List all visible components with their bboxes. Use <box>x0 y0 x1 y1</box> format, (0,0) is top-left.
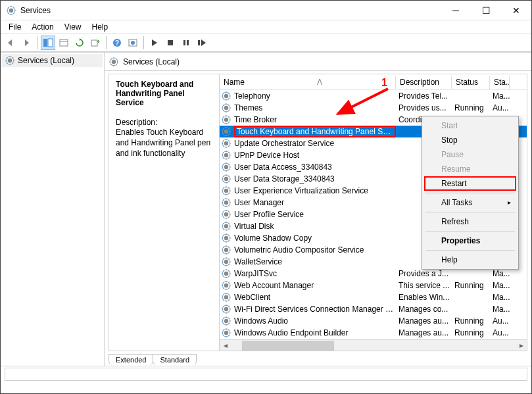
service-desc: Manages co... <box>396 305 452 314</box>
svg-rect-20 <box>183 40 185 45</box>
service-startup: Au... <box>490 103 510 112</box>
show-hide-tree-button[interactable] <box>41 36 55 50</box>
service-row[interactable]: ThemesProvides us...RunningAu... <box>220 102 527 114</box>
selected-service-description: Enables Touch Keyboard and Handwriting P… <box>116 127 212 159</box>
gear-icon <box>221 233 231 243</box>
body: Services (Local) Services (Local) Touch … <box>1 52 531 366</box>
ctx-start: Start <box>424 118 516 133</box>
service-startup: Ma... <box>490 281 510 290</box>
submenu-arrow-icon: ▸ <box>508 199 511 206</box>
service-row[interactable]: Wi-Fi Direct Services Connection Manager… <box>220 303 527 315</box>
service-desc: Provides us... <box>396 103 452 112</box>
selected-service-name: Touch Keyboard and Handwriting Panel Ser… <box>116 80 212 107</box>
service-name: WalletService <box>234 257 396 266</box>
service-name: Volumetric Audio Compositor Service <box>234 245 396 255</box>
svg-text:?: ? <box>115 39 119 47</box>
ctx-refresh[interactable]: Refresh <box>424 214 516 229</box>
minimize-button[interactable]: ─ <box>441 1 471 20</box>
service-startup: Ma... <box>490 269 510 278</box>
separator-icon <box>37 36 37 49</box>
window-title: Services <box>20 6 441 15</box>
service-row[interactable]: Web Account ManagerThis service ...Runni… <box>220 280 527 291</box>
gear-icon <box>221 304 231 314</box>
ctx-separator <box>425 193 515 193</box>
ctx-stop[interactable]: Stop <box>424 133 516 147</box>
column-name[interactable]: Nameᐱ <box>220 76 396 89</box>
content-header-label: Services (Local) <box>123 57 180 66</box>
pause-service-button[interactable] <box>179 36 193 50</box>
toolbar: ? <box>1 34 531 52</box>
statusbar <box>1 366 531 393</box>
separator-icon <box>106 36 107 49</box>
service-row[interactable]: WebClientEnables Win...Ma... <box>220 291 527 303</box>
titlebar[interactable]: Services ─ ☐ ✕ <box>1 1 531 20</box>
ctx-help[interactable]: Help <box>424 253 516 267</box>
scroll-left-icon[interactable]: ◂ <box>220 340 231 351</box>
menu-file[interactable]: File <box>3 21 26 33</box>
gear-icon <box>221 103 231 113</box>
service-row[interactable]: Windows AudioManages au...RunningAu... <box>220 315 527 327</box>
gear-icon <box>221 245 231 255</box>
stop-service-button[interactable] <box>163 36 178 50</box>
menu-action[interactable]: Action <box>26 21 59 33</box>
detail-panel: Touch Keyboard and Handwriting Panel Ser… <box>109 74 220 351</box>
horizontal-scrollbar[interactable]: ◂ ▸ <box>220 339 527 351</box>
ctx-all-tasks[interactable]: All Tasks▸ <box>424 195 516 210</box>
close-button[interactable]: ✕ <box>501 1 531 20</box>
service-name: UPnP Device Host <box>234 151 396 160</box>
service-name: User Manager <box>234 198 396 207</box>
export-button[interactable] <box>88 36 103 50</box>
service-startup: Au... <box>490 316 510 326</box>
sort-indicator-icon: ᐱ <box>317 78 322 87</box>
gear-icon <box>221 268 231 279</box>
gear-icon <box>221 91 231 101</box>
ctx-properties[interactable]: Properties <box>424 234 516 248</box>
service-row[interactable]: Windows Audio Endpoint BuilderManages au… <box>220 327 527 339</box>
back-button[interactable] <box>3 36 18 50</box>
scroll-right-icon[interactable]: ▸ <box>516 340 527 351</box>
tree-item-services-local[interactable]: Services (Local) <box>2 54 103 67</box>
svg-rect-21 <box>187 40 189 45</box>
service-name: Windows Audio <box>234 316 396 326</box>
column-description[interactable]: Description <box>396 76 452 89</box>
scroll-thumb[interactable] <box>242 341 334 351</box>
svg-rect-14 <box>91 40 97 46</box>
service-startup: Ma... <box>490 293 510 302</box>
content-header: Services (Local) <box>105 53 531 71</box>
gear-icon <box>221 221 231 232</box>
view-tabs: Extended Standard <box>105 351 531 366</box>
gear-icon <box>221 162 231 172</box>
service-name: Wi-Fi Direct Services Connection Manager… <box>234 305 396 314</box>
restart-service-button[interactable] <box>195 36 209 50</box>
service-name: Virtual Disk <box>234 222 396 231</box>
service-desc: Manages au... <box>396 316 452 326</box>
menu-view[interactable]: View <box>59 21 87 33</box>
properties-button[interactable] <box>57 36 71 50</box>
gear-icon <box>221 138 231 149</box>
help2-button[interactable] <box>126 36 140 50</box>
forward-button[interactable] <box>19 36 34 50</box>
tab-extended[interactable]: Extended <box>109 354 153 365</box>
help-button[interactable]: ? <box>110 36 124 50</box>
gear-icon <box>221 280 231 291</box>
ctx-restart[interactable]: Restart <box>424 176 516 191</box>
refresh-button[interactable] <box>72 36 87 50</box>
service-name: User Data Access_3340843 <box>234 162 396 172</box>
menubar: File Action View Help <box>1 20 531 34</box>
tab-standard[interactable]: Standard <box>153 354 197 365</box>
tree-pane[interactable]: Services (Local) <box>1 53 105 366</box>
start-service-button[interactable] <box>147 36 162 50</box>
maximize-button[interactable]: ☐ <box>471 1 501 20</box>
service-row[interactable]: TelephonyProvides Tel...Ma... <box>220 90 527 102</box>
column-startup[interactable]: Sta... <box>490 76 510 89</box>
service-startup: Ma... <box>490 91 510 101</box>
services-icon <box>6 5 16 16</box>
svg-rect-19 <box>168 40 173 45</box>
menu-help[interactable]: Help <box>87 21 114 33</box>
service-desc: Manages au... <box>396 328 452 337</box>
service-name: Themes <box>234 103 396 112</box>
statusbar-cell <box>5 368 527 381</box>
column-status[interactable]: Status <box>452 76 490 89</box>
service-status: Running <box>452 328 490 337</box>
gear-icon <box>221 126 231 137</box>
